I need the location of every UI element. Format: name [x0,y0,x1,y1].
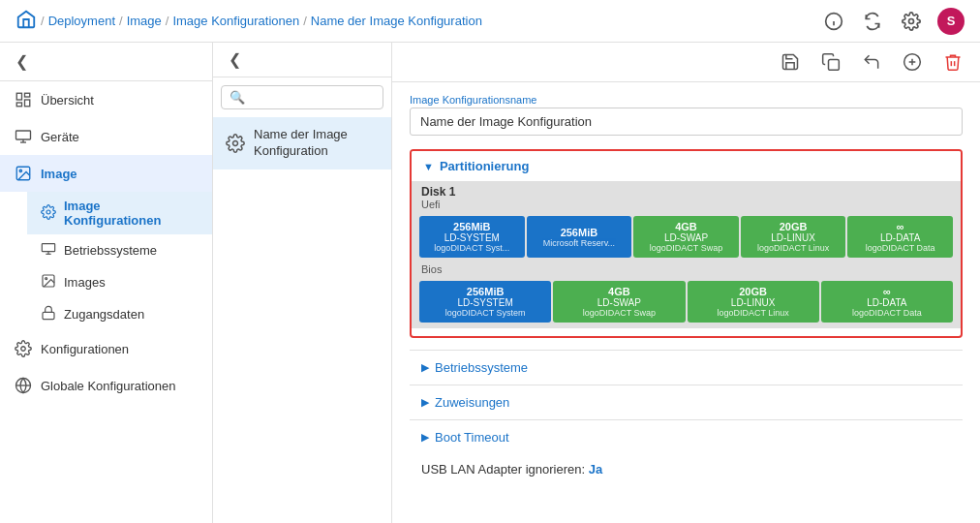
bp1-sub: logoDIDACT Swap [583,308,656,318]
zuweisungen-header[interactable]: ▶ Zuweisungen [410,385,963,419]
middle-back-button[interactable]: ❮ [223,48,247,71]
disk1-group: Disk 1 Uefi 256MiB LD-SYSTEM logoDIDACT … [412,181,961,328]
add-button[interactable] [899,48,926,76]
sidebar-label-zugangsdaten: Zugangsdaten [64,307,144,322]
sidebar-item-image-konfigurationen[interactable]: Image Konfigurationen [27,192,212,234]
top-icons: S [821,8,965,35]
uefi-partition-3: 20GB LD-LINUX logoDIDACT Linux [741,216,846,258]
field-value[interactable]: Name der Image Konfiguration [410,108,963,136]
middle-item-icon [225,133,246,154]
bp3-name: LD-DATA [867,297,906,308]
partitioning-body: Disk 1 Uefi 256MiB LD-SYSTEM logoDIDACT … [412,181,961,336]
info-icon[interactable] [821,9,846,34]
refresh-icon[interactable] [860,9,885,34]
sidebar-item-image[interactable]: Image [0,155,212,192]
boot-timeout-header[interactable]: ▶ Boot Timeout [410,420,963,454]
svg-rect-7 [16,103,21,107]
svg-rect-6 [25,100,30,107]
sidebar-header: ❮ [0,43,212,81]
sidebar-image-children: Image Konfigurationen Betriebssysteme Im… [0,192,212,330]
save-button[interactable] [777,48,804,76]
p2-size: 4GB [675,221,697,232]
betriebssysteme-icon [41,241,56,260]
p0-name: LD-SYSTEM [444,232,500,243]
top-bar: / Deployment / Image / Image Konfigurati… [0,0,980,43]
search-input[interactable] [251,91,375,105]
svg-point-23 [233,140,238,145]
p4-sub: logoDIDACT Data [866,243,935,253]
field-label: Image Konfigurationsname [410,94,963,106]
search-box[interactable]: 🔍 [221,85,383,109]
sidebar-collapse-button[interactable]: ❮ [10,50,34,73]
betriebssysteme-header[interactable]: ▶ Betriebssysteme [410,351,963,385]
images-icon [41,273,56,292]
svg-rect-8 [16,131,31,139]
bp0-size: 256MiB [467,286,505,297]
p0-sub: logoDIDACT Syst... [434,243,509,253]
uefi-label: Uefi [412,199,961,212]
bp0-name: LD-SYSTEM [458,297,513,308]
copy-button[interactable] [817,48,844,76]
sidebar-item-images[interactable]: Images [27,266,212,298]
sidebar-label-globale-konfigurationen: Globale Konfigurationen [41,379,176,393]
bp2-sub: logoDIDACT Linux [717,308,788,318]
sidebar-item-zugangsdaten[interactable]: Zugangsdaten [27,298,212,330]
boot-timeout-title: Boot Timeout [435,430,509,445]
sep2: / [119,14,123,28]
p3-size: 20GB [780,221,808,232]
sep4: / [303,14,307,28]
sidebar-label-konfigurationen: Konfigurationen [41,342,129,356]
sidebar-label-images: Images [64,275,106,290]
svg-point-13 [46,210,50,214]
image-icon [14,164,33,183]
p1-size: 256MiB [561,227,598,238]
bios-partition-0: 256MiB LD-SYSTEM logoDIDACT System [419,281,551,323]
middle-toolbar: ❮ [213,43,391,77]
bp2-size: 20GB [739,286,767,297]
sidebar-label-ubersicht: Übersicht [41,93,94,108]
bp3-sub: logoDIDACT Data [852,308,922,318]
disk1-label: Disk 1 [412,181,961,199]
zuweisungen-title: Zuweisungen [435,395,509,410]
p0-size: 256MiB [453,221,491,232]
middle-item-image-konfig[interactable]: Name der ImageKonfiguration [213,117,391,169]
home-icon[interactable] [15,9,37,33]
sidebar: ❮ Übersicht Geräte Image [0,43,213,523]
sidebar-label-betriebssysteme: Betriebssysteme [64,243,157,258]
search-icon: 🔍 [230,90,245,105]
p3-sub: logoDIDACT Linux [757,243,829,253]
breadcrumb-deployment[interactable]: Deployment [48,14,115,28]
partitioning-section: ▼ Partitionierung Disk 1 Uefi 256MiB LD-… [410,149,963,338]
betriebssysteme-section: ▶ Betriebssysteme [410,350,963,385]
breadcrumb-image-konfigurationen[interactable]: Image Konfigurationen [172,14,299,28]
sidebar-item-betriebssysteme[interactable]: Betriebssysteme [27,234,212,266]
globale-icon [14,376,33,395]
content-body: Image Konfigurationsname Name der Image … [392,82,980,523]
bios-partition-2: 20GB LD-LINUX logoDIDACT Linux [688,281,819,323]
breadcrumb-image[interactable]: Image [127,14,162,28]
sidebar-item-konfigurationen[interactable]: Konfigurationen [0,330,212,367]
uefi-partition-1: 256MiB Microsoft Reserv... [527,216,632,258]
zuweisungen-arrow: ▶ [421,396,429,409]
sidebar-item-globale-konfigurationen[interactable]: Globale Konfigurationen [0,367,212,404]
sidebar-label-image: Image [41,167,77,181]
bios-partitions-row: 256MiB LD-SYSTEM logoDIDACT System 4GB L… [412,277,961,328]
undo-button[interactable] [858,48,885,76]
bp3-size: ∞ [883,286,891,297]
bp0-sub: logoDIDACT System [445,308,526,318]
delete-button[interactable] [939,48,966,76]
uefi-partition-4: ∞ LD-DATA logoDIDACT Data [847,216,953,258]
ubersicht-icon [14,90,33,109]
middle-item-label: Name der ImageKonfiguration [254,127,348,160]
boot-timeout-section: ▶ Boot Timeout [410,419,963,454]
settings-icon[interactable] [899,9,924,34]
user-avatar[interactable]: S [937,8,965,35]
svg-rect-4 [16,93,21,100]
sep3: / [166,14,169,28]
bp2-name: LD-LINUX [731,297,776,308]
partitioning-header[interactable]: ▼ Partitionierung [412,151,961,181]
bios-partition-3: ∞ LD-DATA logoDIDACT Data [821,281,953,323]
sidebar-item-ubersicht[interactable]: Übersicht [0,81,212,118]
p2-name: LD-SWAP [664,232,708,243]
sidebar-item-gerate[interactable]: Geräte [0,118,212,155]
